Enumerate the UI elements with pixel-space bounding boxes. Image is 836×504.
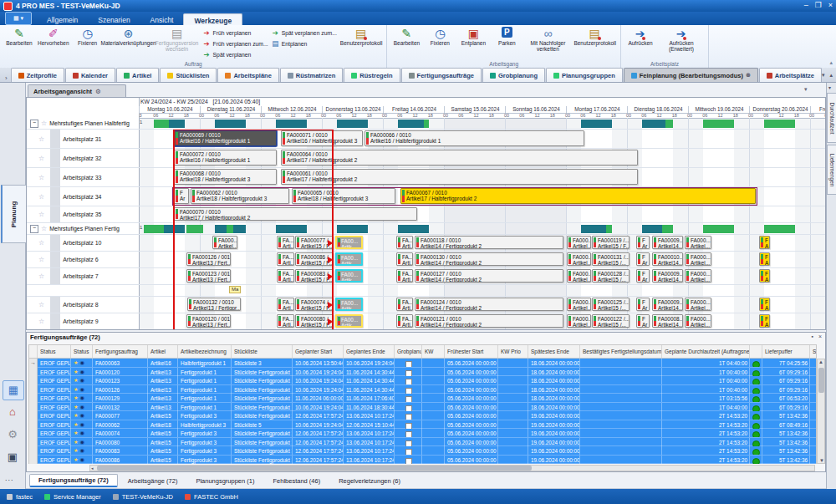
ribbon-button-fr-h-verplanen[interactable]: ➔Früh verplanen [203, 28, 268, 38]
table-row[interactable]: →EROF GEPL★ ◉FA000063Artikel16Halbfertig… [29, 359, 816, 368]
table-row[interactable]: EROF GEPL★ ◉FA000123Artikel13Fertigprodu… [29, 376, 816, 385]
gantt-resource-row[interactable]: ☆Arbeitsplatz 7 [27, 268, 139, 285]
grobplanung-checkbox[interactable] [405, 388, 412, 394]
ribbon-button-entplanen[interactable]: ▤Entplanen [272, 38, 337, 48]
gantt-bar[interactable]: FA000072 / 0010Artikel16 / Halbfertigpro… [174, 150, 277, 165]
gantt-bar[interactable]: FA [759, 269, 770, 283]
gantt-bar[interactable]: FA000068 / 0010Artikel18 / Halbfertigpro… [174, 169, 277, 185]
gantt-resource-row[interactable]: ☆Arbeitsplatz 9 [27, 313, 139, 330]
gantt-resource-row[interactable]: ☆Arbeitsplatz 33 [27, 168, 139, 187]
column-header-lp[interactable]: Lieferpuffer [762, 345, 810, 358]
gantt-bar[interactable]: FA000...Artikel... [212, 236, 237, 249]
column-header-dot[interactable] [750, 345, 762, 358]
gantt-group-row[interactable]: −☆Mehrstufiges Planen Halbfertig [27, 118, 139, 130]
gears-icon[interactable]: ⚙ [3, 425, 23, 444]
gantt-bar[interactable]: FA [759, 252, 770, 266]
bottom-tab-planungsgruppen-1-[interactable]: Planungsgruppen (1) [187, 476, 263, 486]
gantt-bar[interactable]: FA000121 / 0010Artikel14 / Fertigprodukt… [415, 314, 563, 328]
table-row[interactable]: EROF GEPL★ ◉FA000120Artikel13Fertigprodu… [29, 368, 816, 377]
ribbon-button-hervorheben[interactable]: ✐Hervorheben [36, 26, 71, 59]
gantt-bar[interactable]: FA000120 / 0010Artikel13 / Fert... [186, 314, 231, 328]
gantt-bar[interactable]: FA...Arti... [277, 236, 294, 249]
ribbon-button-fr-h-verplanen-zum-[interactable]: ➔Früh verplanen zum... [203, 38, 268, 48]
gantt-bar[interactable]: FA00...Artik... [335, 314, 363, 328]
gantt-bar[interactable]: FA...Arti... [277, 298, 294, 311]
gantt-bar[interactable]: FAr [636, 314, 650, 328]
gantt-bar[interactable]: FA...Arti... [277, 314, 294, 328]
ribbon-collapse-icon[interactable]: ▴ [829, 59, 833, 66]
ribbon-button-benutzerprotokoll[interactable]: ▤Benutzerprotokoll [339, 26, 385, 59]
close-button[interactable]: × [828, 1, 833, 9]
gantt-bar[interactable]: FA000064 / 0010Artikel17 / Halbfertigpro… [281, 150, 638, 165]
gantt-bar[interactable]: FA000...Artikel... [685, 314, 711, 328]
gantt-bar[interactable]: FA000067 / 0010Artikel17 / Halbfertigpro… [400, 188, 756, 204]
gantt-bar[interactable]: FA000132 / 0010Artikel13 / Fertigpr... [187, 298, 241, 311]
menu-tab-allgemein[interactable]: Allgemein [37, 13, 88, 25]
bottom-tab-regelverletzungen-6-[interactable]: Regelverletzungen (6) [330, 476, 409, 486]
computer-icon[interactable]: ▣ [3, 448, 23, 466]
status-item-fastec[interactable]: fastec [7, 493, 33, 501]
ribbon-button-sp-t-verplanen-zum-[interactable]: ➔Spät verplanen zum... [272, 28, 337, 38]
grobplanung-checkbox[interactable] [405, 396, 412, 402]
gantt-bar[interactable]: FA000066 / 0010Artikel16 / Halbfertigpro… [364, 130, 584, 146]
tab-r-stregeln[interactable]: Rüstregeln [344, 68, 400, 82]
column-header-kw[interactable]: KW [422, 345, 445, 358]
gantt-bar[interactable]: FA [759, 298, 770, 311]
gantt-bar[interactable]: FA000...Artikel... [567, 236, 591, 249]
ribbon-button-materialverkn-pfungen[interactable]: ⊛Materialverknüpfungen [104, 26, 153, 59]
tab-arbeitspl-ne[interactable]: Arbeitspläne [217, 68, 278, 82]
home-icon[interactable]: ⌂ [3, 403, 23, 421]
gantt-bar[interactable]: FA000...Artikel... [567, 314, 591, 328]
gantt-bar[interactable]: FA000065 / 0010Artikel18 / Halbfertigpro… [292, 188, 395, 204]
grobplanung-checkbox[interactable] [405, 458, 412, 464]
gantt-resource-row[interactable]: ☆Arbeitsplatz 31 [27, 130, 139, 149]
gantt-bar[interactable]: FA000...Artikel... [567, 298, 591, 311]
tab-artikel[interactable]: Artikel [116, 68, 159, 82]
gantt-bar[interactable]: FA [759, 236, 770, 249]
gantt-resource-row[interactable]: ☆Arbeitsplatz 35 [27, 206, 139, 223]
gantt-bar[interactable]: FA00009...Artikel14... [652, 269, 683, 283]
ribbon-button-aufr-cken[interactable]: ➔Aufrücken [624, 26, 657, 59]
column-header-kwprio[interactable]: KW Prio [498, 345, 528, 358]
gantt-bar[interactable]: FA000126 / 0010Artikel13 / Fert... [186, 252, 231, 266]
tab-kalender[interactable]: Kalender [65, 68, 115, 82]
gantt-bar[interactable]: FA00008...Artikel14... [652, 314, 683, 328]
side-tab-durchlaufzeit[interactable]: Durchlaufzeit [827, 93, 836, 143]
column-header-sende[interactable]: Spätestes Ende [528, 345, 580, 358]
gantt-bar[interactable]: FA000124 / 0010Artikel14 / Fertigprodukt… [415, 298, 563, 311]
vertical-scrollbar[interactable]: ▲▼ [817, 359, 825, 464]
tab-arbeitspl-tze[interactable]: Arbeitsplätze [759, 68, 822, 82]
gantt-bar[interactable]: FA00...Artik... [335, 236, 363, 249]
table-row[interactable]: EROF GEPL★ ◉FA000132Artikel13Fertigprodu… [29, 403, 816, 412]
gantt-bar[interactable]: FA...Arti... [396, 252, 413, 266]
gantt-bar[interactable]: FAr [636, 269, 650, 283]
gantt-bar[interactable]: FA000130 / 0010Artikel14 / Fertigprodukt… [415, 252, 563, 266]
panel-collapse-icon[interactable]: ▾ [804, 86, 808, 93]
table-row[interactable]: EROF GEPL★ ◉FA000129Artikel13Fertigprodu… [29, 394, 816, 403]
table-row[interactable]: EROF GEPL★ ◉FA000074Artikel15Fertigprodu… [29, 429, 816, 438]
tab-zeitprofile[interactable]: Zeitprofile [11, 68, 64, 82]
status-item-service-manager[interactable]: Service Manager [44, 493, 101, 501]
side-tab-planung[interactable]: Planung [1, 185, 27, 243]
ribbon-button-fixieren[interactable]: ◷Fixieren [71, 26, 104, 59]
collapse-minus-icon[interactable]: − [30, 225, 38, 233]
table-row[interactable]: EROF GEPL★ ◉FA000086Artikel15Fertigprodu… [29, 456, 816, 465]
column-header-sm[interactable]: Soll-Meng [810, 345, 817, 358]
tab-scroll-arrows[interactable]: ▾▴ [822, 69, 833, 82]
gantt-bar[interactable]: FA000118 / 0010Artikel14 / Fertigprodukt… [415, 236, 563, 249]
ribbon-button-fertigungsversion-wechseln[interactable]: ▤Fertigungsversion wechseln [153, 26, 201, 59]
tab-st-cklisten[interactable]: Stücklisten [160, 68, 217, 82]
gantt-bar[interactable]: FA00010...Artikel14... [652, 252, 683, 266]
gantt-bar[interactable]: FAr [174, 188, 189, 204]
column-header-status[interactable]: Status [38, 345, 71, 358]
table-row[interactable]: EROF GEPL★ ◉FA000077Artikel15Fertigprodu… [29, 411, 816, 420]
close-panel-icon[interactable]: × [818, 333, 822, 339]
view-tab-arbeitsgangansicht[interactable]: Arbeitsgangansicht ⚙ [28, 84, 126, 97]
ribbon-button-benutzerprotokoll[interactable]: ▤Benutzerprotokoll [572, 26, 618, 59]
gantt-group-row[interactable]: −☆Mehrstufiges Planen Fertig [27, 223, 139, 235]
column-header-gende[interactable]: Geplantes Ende [344, 345, 395, 358]
column-header-fa[interactable]: Fertigungsauftrag [93, 345, 148, 358]
gantt-bar[interactable]: FA00...Artik... [335, 298, 363, 311]
pin-icon[interactable]: ▪ [811, 333, 813, 339]
ribbon-button-aufr-cken-erweitert-[interactable]: ➔Aufrücken (Erweitert) [657, 26, 706, 59]
